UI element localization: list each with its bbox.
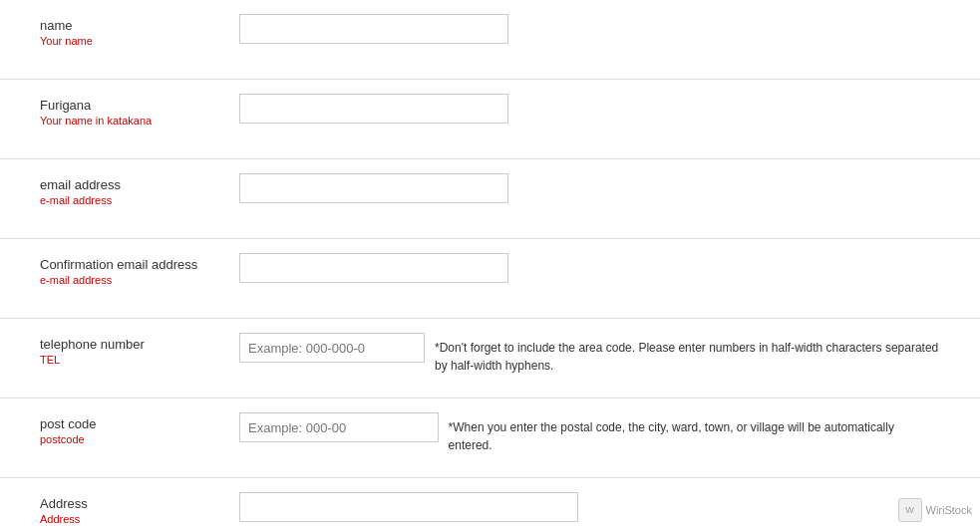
furigana-label-col: Furigana Your name in katakana bbox=[40, 94, 239, 127]
postcode-label: post code bbox=[40, 416, 239, 431]
telephone-input-hint-row: *Don't forget to include the area code. … bbox=[239, 333, 940, 375]
confirm-email-sublabel: e-mail address bbox=[40, 274, 239, 286]
telephone-hint: *Don't forget to include the area code. … bbox=[435, 333, 940, 375]
address-label: Address bbox=[40, 496, 239, 511]
telephone-sublabel: TEL bbox=[40, 354, 239, 366]
watermark: W WiriStock bbox=[898, 498, 972, 522]
email-label: email address bbox=[40, 177, 239, 192]
confirm-email-label: Confirmation email address bbox=[40, 257, 239, 272]
address-row: Address Address bbox=[0, 478, 980, 530]
email-sublabel: e-mail address bbox=[40, 194, 239, 206]
address-label-col: Address Address bbox=[40, 492, 239, 525]
name-sublabel: Your name bbox=[40, 35, 239, 47]
watermark-icon: W bbox=[898, 498, 922, 522]
name-label: name bbox=[40, 18, 239, 33]
name-label-col: name Your name bbox=[40, 14, 239, 47]
address-sublabel: Address bbox=[40, 513, 239, 525]
name-input-col bbox=[239, 14, 940, 44]
confirm-email-row: Confirmation email address e-mail addres… bbox=[0, 239, 980, 319]
email-input-col bbox=[239, 173, 940, 203]
email-row: email address e-mail address bbox=[0, 159, 980, 239]
furigana-label: Furigana bbox=[40, 98, 239, 113]
address-input[interactable] bbox=[239, 492, 578, 522]
furigana-input-col bbox=[239, 94, 940, 124]
postcode-label-col: post code postcode bbox=[40, 412, 239, 445]
telephone-row: telephone number TEL *Don't forget to in… bbox=[0, 319, 980, 398]
furigana-sublabel: Your name in katakana bbox=[40, 115, 239, 127]
confirm-email-input-col bbox=[239, 253, 940, 283]
confirm-email-label-col: Confirmation email address e-mail addres… bbox=[40, 253, 239, 286]
watermark-icon-letter: W bbox=[905, 505, 914, 515]
email-label-col: email address e-mail address bbox=[40, 173, 239, 206]
postcode-input-hint-row: *When you enter the postal code, the cit… bbox=[239, 412, 940, 454]
telephone-input[interactable] bbox=[239, 333, 425, 363]
address-input-col bbox=[239, 492, 940, 522]
contact-form: name Your name Furigana Your name in kat… bbox=[0, 0, 980, 530]
telephone-label-col: telephone number TEL bbox=[40, 333, 239, 366]
postcode-hint: *When you enter the postal code, the cit… bbox=[449, 412, 940, 454]
postcode-input-col: *When you enter the postal code, the cit… bbox=[239, 412, 940, 454]
telephone-input-col: *Don't forget to include the area code. … bbox=[239, 333, 940, 375]
watermark-text: WiriStock bbox=[926, 504, 972, 516]
postcode-input[interactable] bbox=[239, 412, 439, 442]
furigana-row: Furigana Your name in katakana bbox=[0, 80, 980, 159]
name-input[interactable] bbox=[239, 14, 508, 44]
furigana-input[interactable] bbox=[239, 94, 508, 124]
email-input[interactable] bbox=[239, 173, 508, 203]
name-row: name Your name bbox=[0, 0, 980, 80]
postcode-sublabel: postcode bbox=[40, 433, 239, 445]
telephone-label: telephone number bbox=[40, 337, 239, 352]
postcode-row: post code postcode *When you enter the p… bbox=[0, 398, 980, 478]
confirm-email-input[interactable] bbox=[239, 253, 508, 283]
